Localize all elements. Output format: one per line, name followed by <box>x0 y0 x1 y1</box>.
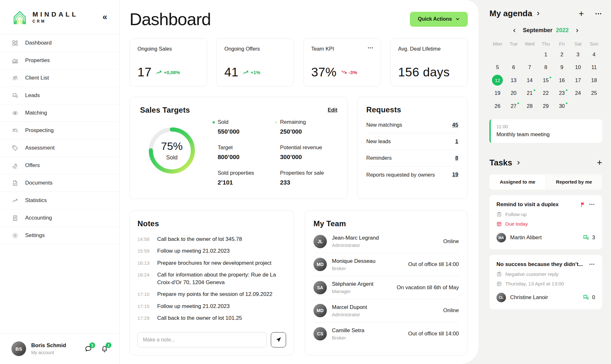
calendar-day[interactable]: 6 <box>506 61 522 74</box>
calendar-day[interactable]: 22 <box>538 87 554 100</box>
sidebar-item-settings[interactable]: Settings <box>0 227 119 244</box>
calendar-day[interactable]: 12 <box>489 74 506 87</box>
calendar-day[interactable]: 9 <box>554 61 570 74</box>
calendar-month-year: September 2022 <box>523 27 569 34</box>
calendar-day[interactable]: 15 <box>538 74 554 87</box>
calendar-day[interactable]: 11 <box>586 61 602 74</box>
calendar-day[interactable]: 30 <box>554 100 570 113</box>
clipboard-icon <box>496 271 502 277</box>
note-row: 17:29Call back to the owner of lot 101.2… <box>137 312 286 324</box>
calendar-day[interactable]: 8 <box>538 61 554 74</box>
task-card[interactable]: No success because they didn’t...•••Nega… <box>489 255 602 309</box>
calendar-day[interactable]: 4 <box>586 48 602 61</box>
calendar-day[interactable]: 2 <box>554 48 570 61</box>
calendar-day[interactable]: 24 <box>570 87 586 100</box>
notes-card: Notes 14:58Call back to the owner of lot… <box>130 210 294 355</box>
comments-icon[interactable] <box>583 234 589 241</box>
request-row: New matchings45 <box>366 117 458 133</box>
sidebar-item-dashboard[interactable]: Dashboard <box>0 34 119 52</box>
team-member-row[interactable]: CSCamille SetraBrokerOut of office till … <box>313 322 459 346</box>
app-root: MINDALL CRM « DashboardPropertiesClient … <box>0 0 611 364</box>
chat-icon[interactable]: 2 <box>84 345 92 353</box>
note-input-row <box>137 332 286 347</box>
assignee-avatar: MA <box>496 233 506 242</box>
member-info: Marcel DupontAdministrator <box>332 304 443 317</box>
calendar-day[interactable]: 7 <box>522 61 538 74</box>
kpi-menu-icon[interactable]: ••• <box>368 46 374 50</box>
tasks-tab-inactive[interactable]: Reported by me <box>546 174 602 190</box>
sidebar-item-client-list[interactable]: Client List <box>0 69 119 87</box>
calendar-day[interactable]: 20 <box>506 87 522 100</box>
sidebar-item-leads[interactable]: Leads <box>0 87 119 104</box>
request-count-link[interactable]: 8 <box>455 155 458 161</box>
agenda-event-card[interactable]: 11:00 Monthly team meeting <box>489 119 602 143</box>
calendar-day[interactable]: 14 <box>522 74 538 87</box>
sidebar-item-assessment[interactable]: Assessment <box>0 139 119 157</box>
request-row: New leads1 <box>366 133 458 150</box>
send-note-button[interactable] <box>271 332 286 347</box>
comments-icon[interactable] <box>583 294 589 301</box>
calendar-day[interactable]: 5 <box>489 61 506 74</box>
calendar-day[interactable]: 19 <box>489 87 506 100</box>
calendar-day-empty <box>489 48 506 61</box>
calendar-day[interactable]: 17 <box>570 74 586 87</box>
agenda-open-icon[interactable] <box>536 11 541 16</box>
calendar-day[interactable]: 29 <box>538 100 554 113</box>
calendar-day[interactable]: 16 <box>554 74 570 87</box>
note-text: Call back to the owner of lot 345.78 <box>157 235 242 243</box>
calendar-prev-icon[interactable] <box>512 28 516 33</box>
calendar-day[interactable]: 25 <box>586 87 602 100</box>
member-avatar: JL <box>313 235 327 248</box>
calendar-day[interactable]: 18 <box>586 74 602 87</box>
sidebar-collapse-button[interactable]: « <box>102 13 107 21</box>
calendar-day[interactable]: 27 <box>506 100 522 113</box>
tasks-open-icon[interactable] <box>516 160 521 165</box>
calendar-day[interactable]: 13 <box>506 74 522 87</box>
request-label: New matchings <box>366 122 402 128</box>
team-member-row[interactable]: SAStéphanie ArgentManagerOn vacation til… <box>313 276 459 299</box>
settings-icon <box>11 232 18 239</box>
tasks-tab-active[interactable]: Assigned to me <box>489 174 546 190</box>
calendar-day[interactable]: 3 <box>570 48 586 61</box>
calendar-day[interactable]: 21 <box>522 87 538 100</box>
member-status: Out of office till 14:00 <box>408 331 459 337</box>
sidebar-item-offers[interactable]: Offers <box>0 157 119 174</box>
sidebar-item-statistics[interactable]: Statistics <box>0 192 119 209</box>
task-menu-icon[interactable]: ••• <box>589 203 595 206</box>
request-count-link[interactable]: 45 <box>452 122 458 128</box>
brand-logo[interactable]: MINDALL CRM <box>11 9 78 25</box>
agenda-header: My agenda + ••• <box>489 9 602 18</box>
calendar-day[interactable]: 1 <box>538 48 554 61</box>
calendar-day[interactable]: 23 <box>554 87 570 100</box>
team-member-row[interactable]: MDMonique DesseauBrokerOut of office til… <box>313 253 459 276</box>
team-member-row[interactable]: JLJean-Marc LegrandAdministratorOnline <box>313 230 459 253</box>
add-task-button[interactable]: + <box>597 158 602 167</box>
client-list-icon <box>11 74 18 81</box>
task-menu-icon[interactable]: ••• <box>589 262 595 266</box>
bell-icon[interactable]: 1 <box>101 345 109 353</box>
sidebar-item-prospecting[interactable]: Prospecting <box>0 122 119 139</box>
note-input[interactable] <box>137 332 267 347</box>
sidebar-item-matching[interactable]: Matching <box>0 104 119 122</box>
team-member-row[interactable]: MDMarcel DupontAdministratorOnline <box>313 299 459 323</box>
bell-badge: 1 <box>106 342 111 348</box>
sidebar-item-properties[interactable]: Properties <box>0 52 119 69</box>
member-info: Monique DesseauBroker <box>332 258 408 271</box>
sidebar-item-accounting[interactable]: Accounting <box>0 209 119 227</box>
task-title: No success because they didn’t... <box>496 261 586 268</box>
request-count-link[interactable]: 1 <box>455 138 458 145</box>
calendar-next-icon[interactable] <box>575 28 579 33</box>
task-card[interactable]: Remind to visit a duplex•••Follow-upDue … <box>489 195 602 249</box>
note-row: 14:58Call back to the owner of lot 345.7… <box>137 233 286 245</box>
sidebar-item-documents[interactable]: Documents <box>0 174 119 192</box>
edit-link[interactable]: Edit <box>328 107 337 113</box>
calendar-day[interactable]: 26 <box>489 100 506 113</box>
note-time: 17:10 <box>137 290 152 298</box>
calendar-day[interactable]: 10 <box>570 61 586 74</box>
agenda-menu-icon[interactable]: ••• <box>595 11 602 16</box>
calendar-day[interactable]: 28 <box>522 100 538 113</box>
request-count-link[interactable]: 19 <box>452 172 458 178</box>
quick-actions-button[interactable]: Quick Actions <box>410 12 468 27</box>
add-event-button[interactable]: + <box>579 9 584 18</box>
user-profile[interactable]: BS Boris Schmid My account 2 1 <box>0 333 119 364</box>
